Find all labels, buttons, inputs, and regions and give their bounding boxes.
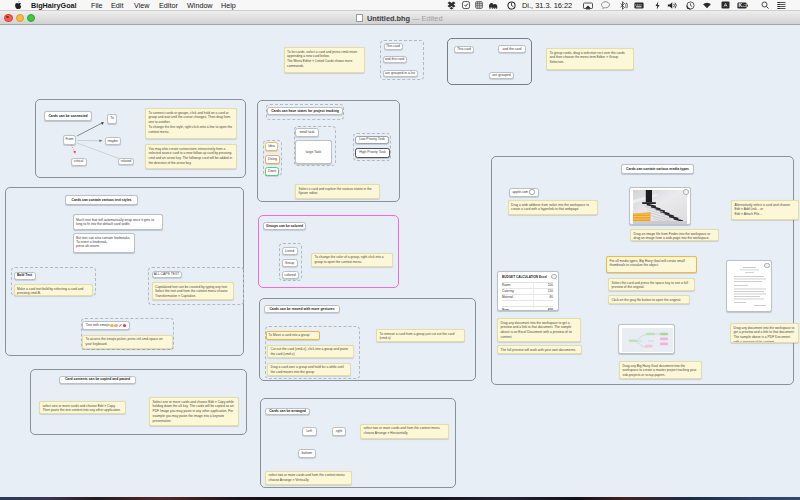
svg-text:+2: +2 (742, 3, 747, 8)
